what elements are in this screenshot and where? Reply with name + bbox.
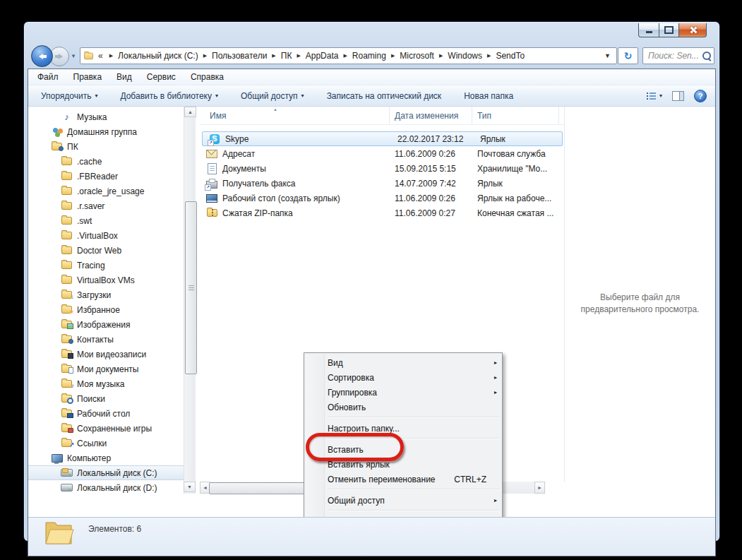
recent-pages-caret[interactable]: ▼ <box>71 53 76 59</box>
sidebar-item-homegroup[interactable]: Домашняя группа <box>28 124 184 139</box>
column-type[interactable]: Тип <box>472 107 559 124</box>
desktop-folder-icon <box>61 410 73 417</box>
scroll-down-button[interactable]: ▼ <box>184 482 196 492</box>
scroll-up-button[interactable]: ▲ <box>184 107 196 117</box>
file-row-fax-recipient[interactable]: ↗Получатель факса 14.07.2009 7:42 Ярлык <box>200 176 564 191</box>
address-dropdown-caret[interactable]: ▼ <box>604 52 611 59</box>
context-item-share[interactable]: Общий доступ▸ <box>304 493 502 508</box>
sidebar-item-my-videos[interactable]: Мои видеозаписи <box>28 347 184 362</box>
sidebar-item-saved-games[interactable]: Сохраненные игры <box>28 421 184 436</box>
zip-folder-icon <box>206 208 217 219</box>
searches-folder-icon <box>61 395 73 403</box>
new-folder-button[interactable]: Новая папка <box>464 91 513 101</box>
sidebar-item-downloads[interactable]: ↓Загрузки <box>28 287 184 302</box>
context-item-view[interactable]: Вид▸ <box>304 355 502 370</box>
sidebar-item-doctorweb[interactable]: Doctor Web <box>28 243 184 258</box>
search-icon[interactable] <box>702 52 711 60</box>
menu-tools[interactable]: Сервис <box>147 72 176 82</box>
sidebar-item-computer[interactable]: Компьютер <box>28 451 184 465</box>
sidebar-item-fbreader[interactable]: .FBReader <box>28 169 184 184</box>
context-item-group[interactable]: Группировка▸ <box>304 385 502 400</box>
file-row-documents[interactable]: Документы 15.09.2015 5:15 Хранилище "Мо.… <box>200 161 564 176</box>
computer-icon <box>51 454 63 463</box>
minimize-icon <box>646 31 652 33</box>
crumb-local-disk-c[interactable]: Локальный диск (C:) <box>118 51 198 61</box>
column-name[interactable]: Имя <box>200 107 390 124</box>
sidebar-item-tracing[interactable]: Tracing <box>28 258 184 273</box>
menu-file[interactable]: Файл <box>37 72 59 82</box>
preview-pane-button[interactable] <box>672 91 684 101</box>
crumb-pk[interactable]: ПК <box>281 51 292 61</box>
sidebar-item-pictures[interactable]: Изображения <box>28 317 184 332</box>
sidebar-item-local-disk-c[interactable]: Локальный диск (C:) <box>28 465 184 480</box>
crumb-sendto[interactable]: SendTo <box>496 51 525 61</box>
sidebar-item-virtualbox[interactable]: .VirtualBox <box>28 228 184 243</box>
column-date-modified[interactable]: Дата изменения <box>390 107 472 124</box>
submenu-arrow-icon: ▸ <box>494 359 497 366</box>
scroll-right-button[interactable]: ► <box>534 482 545 494</box>
file-row-addressee[interactable]: Адресат 11.06.2009 0:26 Почтовая служба <box>200 146 564 161</box>
back-button[interactable] <box>31 45 53 67</box>
sidebar-item-oracle-jre[interactable]: .oracle_jre_usage <box>28 184 184 198</box>
folder-icon <box>61 202 73 210</box>
breadcrumb-overflow-chevron[interactable]: « <box>98 51 103 61</box>
crumb-users[interactable]: Пользователи <box>212 51 267 61</box>
sidebar-item-music[interactable]: ♪Музыка <box>28 109 184 124</box>
sidebar-item-cache[interactable]: .cache <box>28 154 184 169</box>
folder-icon <box>61 172 73 180</box>
crumb-separator-icon: ▶ <box>487 53 491 59</box>
context-item-create[interactable]: Создать▸ <box>304 514 502 517</box>
context-item-refresh[interactable]: Обновить <box>304 400 502 415</box>
sidebar-item-swt[interactable]: .swt <box>28 213 184 228</box>
sidebar-item-favorites[interactable]: ★Избранное <box>28 302 184 317</box>
burn-button[interactable]: Записать на оптический диск <box>327 91 442 101</box>
close-button[interactable] <box>679 23 707 37</box>
views-icon <box>647 92 656 100</box>
menu-view[interactable]: Вид <box>116 72 132 82</box>
context-item-sort[interactable]: Сортировка▸ <box>304 370 502 385</box>
sidebar-item-contacts[interactable]: Контакты <box>28 332 184 347</box>
folder-icon <box>61 261 73 269</box>
back-arrow-icon <box>36 54 43 59</box>
menu-help[interactable]: Справка <box>191 72 224 82</box>
crumb-microsoft[interactable]: Microsoft <box>400 51 434 61</box>
file-row-desktop-shortcut[interactable]: Рабочий стол (создать ярлык) 11.06.2009 … <box>200 191 564 205</box>
sidebar-item-user-pk[interactable]: ПК <box>28 139 184 154</box>
share-button[interactable]: Общий доступ▾ <box>241 91 304 101</box>
sidebar-item-my-documents[interactable]: Мои документы <box>28 362 184 376</box>
main-area: ♪Музыка Домашняя группа ПК .cache .FBRea… <box>28 107 715 517</box>
sidebar-item-desktop[interactable]: Рабочий стол <box>28 406 184 421</box>
add-to-library-button[interactable]: Добавить в библиотеку▾ <box>120 91 218 101</box>
refresh-button[interactable]: ↻ <box>618 47 638 64</box>
menu-edit[interactable]: Правка <box>73 72 102 82</box>
pictures-folder-icon <box>61 321 73 328</box>
sidebar-item-links[interactable]: ↗Ссылки <box>28 436 184 451</box>
file-row-zip-folder[interactable]: Сжатая ZIP-папка 11.06.2009 0:27 Конечна… <box>200 205 564 220</box>
sidebar-vertical-scrollbar[interactable]: ▲ <box>184 107 196 494</box>
context-item-undo-rename[interactable]: Отменить переименованиеCTRL+Z <box>304 472 502 487</box>
breadcrumb[interactable]: « ▶ Локальный диск (C:) ▶ Пользователи ▶… <box>80 47 617 64</box>
crumb-appdata[interactable]: AppData <box>306 51 339 61</box>
organize-button[interactable]: Упорядочить▾ <box>41 91 97 101</box>
sidebar-item-rsaver[interactable]: .r.saver <box>28 198 184 213</box>
sidebar-item-virtualbox-vms[interactable]: VirtualBox VMs <box>28 273 184 287</box>
minimize-button[interactable] <box>638 23 659 37</box>
search-input[interactable]: Поиск: Sen... <box>642 47 714 64</box>
views-button[interactable]: ▾ <box>647 92 662 100</box>
folder-icon <box>61 187 73 195</box>
annotation-red-circle <box>306 433 404 461</box>
help-button[interactable]: ? <box>694 90 707 102</box>
explorer-window: ▼ « ▶ Локальный диск (C:) ▶ Пользователи… <box>23 21 720 542</box>
sidebar-item-local-disk-d[interactable]: Локальный диск (D:) <box>28 480 184 495</box>
file-row-skype[interactable]: ↗Skype 22.02.2017 23:12 Ярлык <box>202 131 563 146</box>
scrollbar-thumb[interactable] <box>185 201 197 374</box>
user-folder-icon <box>51 143 63 150</box>
contacts-folder-icon <box>61 335 73 343</box>
maximize-button[interactable] <box>659 23 679 37</box>
sidebar-item-my-music[interactable]: ♪Моя музыка <box>28 376 184 391</box>
sidebar-item-searches[interactable]: Поиски <box>28 391 184 406</box>
crumb-windows[interactable]: Windows <box>448 51 482 61</box>
links-folder-icon: ↗ <box>61 439 73 447</box>
maximize-icon <box>664 26 674 34</box>
crumb-roaming[interactable]: Roaming <box>352 51 386 61</box>
